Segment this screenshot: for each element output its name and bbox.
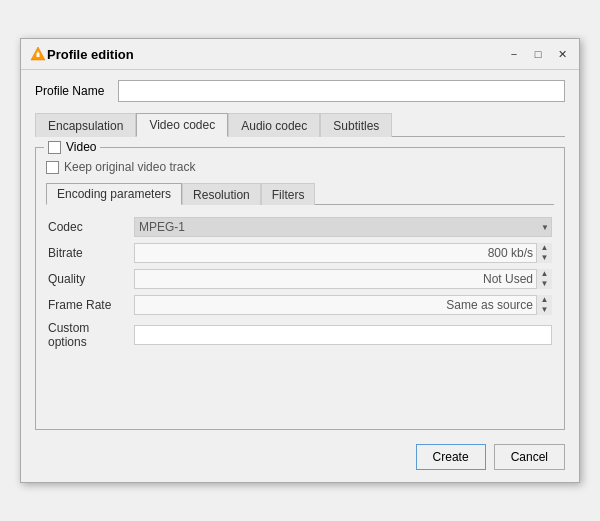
frame-rate-input[interactable] [134, 295, 552, 315]
codec-row: Codec MPEG-1 MPEG-2 MPEG-4 H.264 H.265 ▼ [48, 217, 552, 237]
tab-video-codec[interactable]: Video codec [136, 113, 228, 137]
tab-audio-codec[interactable]: Audio codec [228, 113, 320, 137]
custom-options-row: Custom options [48, 321, 552, 349]
profile-name-label: Profile Name [35, 84, 110, 98]
frame-rate-label: Frame Rate [48, 298, 128, 312]
main-tabs: Encapsulation Video codec Audio codec Su… [35, 112, 565, 137]
quality-spinner-buttons: ▲ ▼ [536, 269, 552, 289]
bitrate-label: Bitrate [48, 246, 128, 260]
frame-rate-down-button[interactable]: ▼ [537, 305, 552, 315]
bitrate-spinner: ▲ ▼ [134, 243, 552, 263]
frame-rate-up-button[interactable]: ▲ [537, 295, 552, 305]
bitrate-row: Bitrate ▲ ▼ [48, 243, 552, 263]
spacer [48, 355, 552, 415]
window-content: Profile Name Encapsulation Video codec A… [21, 70, 579, 482]
bitrate-input[interactable] [134, 243, 552, 263]
quality-up-button[interactable]: ▲ [537, 269, 552, 279]
custom-options-input[interactable] [134, 325, 552, 345]
profile-name-row: Profile Name [35, 80, 565, 102]
bitrate-up-button[interactable]: ▲ [537, 243, 552, 253]
frame-rate-spinner: ▲ ▼ [134, 295, 552, 315]
quality-down-button[interactable]: ▼ [537, 279, 552, 289]
video-checkbox[interactable] [48, 141, 61, 154]
tab-subtitles[interactable]: Subtitles [320, 113, 392, 137]
sub-tabs: Encoding parameters Resolution Filters [46, 182, 554, 205]
frame-rate-spinner-buttons: ▲ ▼ [536, 295, 552, 315]
bitrate-spinner-buttons: ▲ ▼ [536, 243, 552, 263]
quality-spinner: ▲ ▼ [134, 269, 552, 289]
cancel-button[interactable]: Cancel [494, 444, 565, 470]
sub-tab-encoding[interactable]: Encoding parameters [46, 183, 182, 205]
video-group: Video Keep original video track Encoding… [35, 147, 565, 430]
maximize-button[interactable]: □ [529, 45, 547, 63]
bottom-buttons: Create Cancel [35, 440, 565, 470]
window-title: Profile edition [47, 47, 505, 62]
tab-encapsulation[interactable]: Encapsulation [35, 113, 136, 137]
quality-label: Quality [48, 272, 128, 286]
quality-input[interactable] [134, 269, 552, 289]
profile-name-input[interactable] [118, 80, 565, 102]
custom-options-label: Custom options [48, 321, 128, 349]
keep-track-checkbox[interactable] [46, 161, 59, 174]
codec-select[interactable]: MPEG-1 MPEG-2 MPEG-4 H.264 H.265 [134, 217, 552, 237]
title-bar: Profile edition − □ ✕ [21, 39, 579, 70]
sub-tab-filters[interactable]: Filters [261, 183, 316, 205]
profile-edition-window: Profile edition − □ ✕ Profile Name Encap… [20, 38, 580, 483]
codec-label: Codec [48, 220, 128, 234]
keep-track-row: Keep original video track [46, 160, 554, 174]
video-label: Video [66, 140, 96, 154]
close-button[interactable]: ✕ [553, 45, 571, 63]
create-button[interactable]: Create [416, 444, 486, 470]
codec-select-wrapper: MPEG-1 MPEG-2 MPEG-4 H.264 H.265 ▼ [134, 217, 552, 237]
svg-rect-1 [37, 53, 40, 57]
window-controls: − □ ✕ [505, 45, 571, 63]
svg-rect-2 [37, 52, 39, 54]
bitrate-down-button[interactable]: ▼ [537, 253, 552, 263]
sub-tab-resolution[interactable]: Resolution [182, 183, 261, 205]
keep-track-label: Keep original video track [64, 160, 195, 174]
quality-row: Quality ▲ ▼ [48, 269, 552, 289]
params-area: Codec MPEG-1 MPEG-2 MPEG-4 H.264 H.265 ▼ [46, 213, 554, 419]
vlc-icon [29, 45, 47, 63]
minimize-button[interactable]: − [505, 45, 523, 63]
video-legend: Video [44, 140, 100, 154]
frame-rate-row: Frame Rate ▲ ▼ [48, 295, 552, 315]
